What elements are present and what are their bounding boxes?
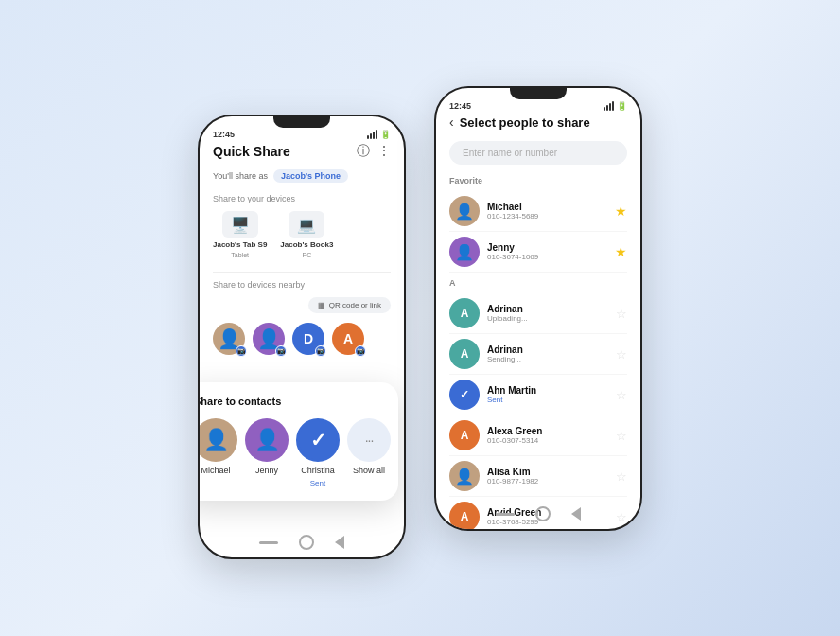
jenny-name: Jenny: [255, 466, 278, 475]
alisa-star[interactable]: ☆: [616, 469, 627, 484]
cam-badge-1: 📷: [236, 345, 247, 357]
nav-circle: [299, 535, 314, 550]
header-icons: ⓘ ⋮: [357, 143, 391, 160]
alisa-avatar: 👤: [449, 461, 480, 491]
contact-adrinan-1[interactable]: A Adrinan Uploading... ☆: [449, 293, 627, 334]
alisa-info: Alisa Kim 010-9877-1982: [487, 467, 608, 486]
michael-row-sub: 010-1234-5689: [487, 212, 607, 221]
right-status-right: 🔋: [604, 101, 627, 111]
contact-adrinan-2[interactable]: A Adrinan Sending... ☆: [449, 334, 627, 375]
qr-btn-label: QR code or link: [329, 301, 381, 309]
ahn-name: Ahn Martin: [487, 385, 608, 396]
search-box[interactable]: Enter name or number: [449, 141, 627, 165]
right-nav-pill: [496, 513, 515, 516]
jenny-row-sub: 010-3674-1069: [487, 253, 607, 261]
nearby-avatar-2[interactable]: 👤 📷: [253, 323, 285, 355]
christina-status: Sent: [310, 479, 325, 487]
adrinan2-avatar: A: [449, 339, 480, 369]
device-pc-type: PC: [303, 252, 312, 258]
more-icon[interactable]: ⋮: [377, 143, 391, 160]
ahn-info: Ahn Martin Sent: [487, 385, 608, 404]
jenny-row-name: Jenny: [487, 242, 607, 253]
device-tab-name: Jacob's Tab S9: [213, 240, 267, 249]
select-people-title: Select people to share: [460, 115, 590, 130]
adrinan1-sub: Uploading...: [487, 314, 608, 323]
left-status-right: 🔋: [367, 130, 391, 139]
adrinan1-name: Adrinan: [487, 304, 608, 314]
device-pc[interactable]: 💻 Jacob's Book3 PC: [280, 211, 333, 258]
right-time: 12:45: [449, 101, 471, 111]
quick-share-header: Quick Share ⓘ ⋮: [213, 143, 391, 160]
popup-contacts: 👤 Michael 👤 Jenny ✓ Christina Sent: [198, 418, 385, 487]
quick-share-title: Quick Share: [213, 144, 290, 159]
popup-title: Share to contacts: [198, 396, 385, 407]
right-battery-icon: 🔋: [617, 101, 627, 111]
scene: 12:45 🔋 Quick Share ⓘ ⋮ You'll share as …: [198, 77, 642, 559]
share-as-badge: Jacob's Phone: [273, 169, 348, 183]
ahn-sub: Sent: [487, 396, 608, 404]
tablet-icon: 🖥️: [222, 211, 258, 238]
back-row: ‹ Select people to share: [449, 115, 627, 130]
alexa-sub: 010-0307-5314: [487, 436, 608, 445]
popup-show-all[interactable]: ··· Show all: [347, 418, 391, 475]
nearby-avatars: 👤 📷 👤 📷 D 📷 A 📷: [213, 323, 391, 355]
ahn-avatar: ✓: [449, 380, 480, 410]
share-to-contacts-popup: Share to contacts 👤 Michael 👤 Jenny ✓: [198, 382, 398, 501]
popup-contact-christina[interactable]: ✓ Christina Sent: [296, 418, 340, 487]
contact-michael[interactable]: 👤 Michael 010-1234-5689 ★: [449, 191, 627, 232]
contact-alexa-green[interactable]: A Alexa Green 010-0307-5314 ☆: [449, 415, 627, 456]
contact-alisa-kim[interactable]: 👤 Alisa Kim 010-9877-1982 ☆: [449, 456, 627, 497]
nearby-avatar-4[interactable]: A 📷: [332, 323, 364, 355]
alexa-star[interactable]: ☆: [616, 429, 627, 443]
back-arrow-icon[interactable]: ‹: [449, 115, 454, 130]
adrinan2-sub: Sending...: [487, 355, 608, 363]
adrinan2-star[interactable]: ☆: [616, 347, 627, 362]
qr-row: ▦ QR code or link: [213, 297, 391, 313]
share-as-label: You'll share as: [213, 171, 268, 181]
right-nav-bar: [436, 506, 640, 521]
adrinan1-info: Adrinan Uploading...: [487, 304, 608, 323]
left-phone-content: Quick Share ⓘ ⋮ You'll share as Jacob's …: [200, 143, 404, 355]
adrinan1-star[interactable]: ☆: [616, 307, 627, 321]
left-time: 12:45: [213, 130, 235, 139]
nearby-avatar-3[interactable]: D 📷: [292, 323, 324, 355]
jenny-row-info: Jenny 010-3674-1069: [487, 242, 607, 261]
share-as-row: You'll share as Jacob's Phone: [213, 169, 391, 183]
show-all-avatar: ···: [347, 418, 391, 462]
michael-star[interactable]: ★: [615, 203, 627, 219]
qr-button[interactable]: ▦ QR code or link: [308, 297, 391, 313]
michael-row-avatar: 👤: [449, 196, 480, 226]
favorite-label: Favorite: [449, 176, 627, 186]
contact-ahn-martin[interactable]: ✓ Ahn Martin Sent ☆: [449, 375, 627, 415]
search-placeholder: Enter name or number: [463, 148, 557, 158]
show-all-name: Show all: [353, 466, 385, 475]
share-nearby-label: Share to devices nearby: [213, 280, 391, 290]
device-tab[interactable]: 🖥️ Jacob's Tab S9 Tablet: [213, 211, 267, 258]
cam-badge-3: 📷: [315, 345, 326, 357]
device-pc-name: Jacob's Book3: [280, 240, 333, 249]
alisa-sub: 010-9877-1982: [487, 477, 608, 486]
ahn-star[interactable]: ☆: [616, 388, 627, 402]
alexa-info: Alexa Green 010-0307-5314: [487, 426, 608, 445]
divider-1: [213, 272, 391, 273]
popup-contact-jenny[interactable]: 👤 Jenny: [245, 418, 289, 475]
jenny-star[interactable]: ★: [615, 244, 627, 259]
adrinan1-avatar: A: [449, 298, 480, 328]
phone-notch: [273, 116, 330, 128]
michael-row-info: Michael 010-1234-5689: [487, 202, 607, 221]
contact-jenny[interactable]: 👤 Jenny 010-3674-1069 ★: [449, 232, 627, 273]
right-phone-notch: [510, 88, 567, 99]
nav-chevron: [335, 536, 344, 549]
sent-checkmark: ✓: [310, 429, 326, 451]
michael-row-name: Michael: [487, 202, 607, 212]
right-signal-icon: [604, 101, 614, 111]
nearby-avatar-1[interactable]: 👤 📷: [213, 323, 245, 355]
left-phone: 12:45 🔋 Quick Share ⓘ ⋮ You'll share as …: [198, 115, 406, 559]
popup-contact-michael[interactable]: 👤 Michael: [198, 418, 237, 475]
michael-avatar: 👤: [198, 418, 237, 462]
qr-icon: ▦: [318, 301, 325, 309]
adrinan2-name: Adrinan: [487, 344, 608, 355]
info-icon[interactable]: ⓘ: [357, 143, 370, 160]
alexa-avatar: A: [449, 420, 480, 450]
alexa-name: Alexa Green: [487, 426, 608, 436]
